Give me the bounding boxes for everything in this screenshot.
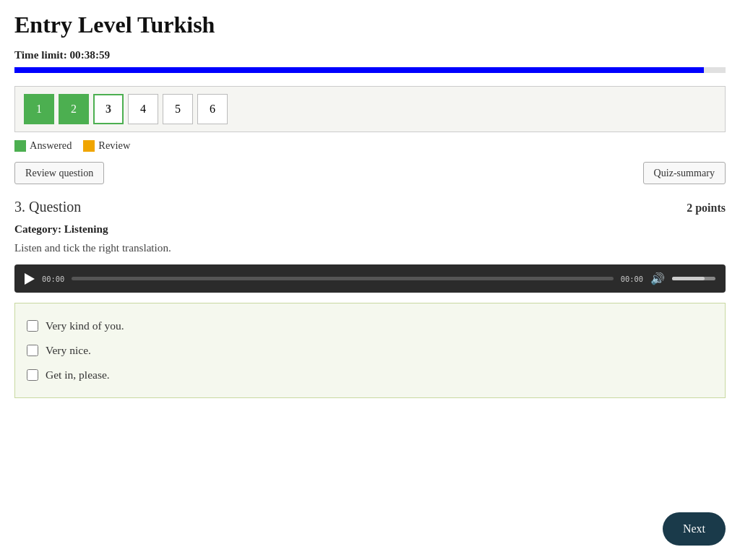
- answers-box: Very kind of you.Very nice.Get in, pleas…: [14, 303, 726, 398]
- question-header: 3. Question 2 points: [14, 199, 726, 215]
- answer-label-3: Get in, please.: [46, 369, 110, 382]
- question-navigator: 123456: [14, 86, 726, 132]
- volume-slider-fill: [672, 277, 705, 280]
- legend: Answered Review: [14, 139, 726, 152]
- nav-button-5[interactable]: 5: [163, 94, 193, 124]
- progress-bar-container: [14, 67, 726, 73]
- answer-checkbox-1[interactable]: [27, 320, 38, 332]
- answered-dot: [14, 140, 26, 152]
- answer-option-2[interactable]: Very nice.: [27, 338, 713, 363]
- play-icon: [25, 273, 35, 285]
- answer-option-1[interactable]: Very kind of you.: [27, 314, 713, 338]
- next-button[interactable]: Next: [663, 512, 726, 546]
- progress-bar-fill: [14, 67, 704, 73]
- nav-button-1[interactable]: 1: [24, 94, 54, 124]
- nav-button-6[interactable]: 6: [197, 94, 228, 124]
- answer-checkbox-2[interactable]: [27, 345, 38, 356]
- time-limit: Time limit: 00:38:59: [14, 48, 726, 61]
- audio-time-current: 00:00: [42, 275, 64, 283]
- question-points: 2 points: [687, 202, 726, 215]
- audio-progress-bar[interactable]: [72, 277, 613, 280]
- question-title: 3. Question: [14, 199, 81, 215]
- volume-slider[interactable]: [672, 277, 715, 280]
- question-instruction: Listen and tick the right translation.: [14, 241, 726, 254]
- nav-button-4[interactable]: 4: [128, 94, 158, 124]
- legend-answered: Answered: [14, 139, 72, 152]
- review-question-button[interactable]: Review question: [14, 162, 104, 184]
- review-label: Review: [98, 139, 130, 152]
- question-category: Category: Listening: [14, 223, 726, 236]
- answer-checkbox-3[interactable]: [27, 369, 38, 381]
- nav-button-2[interactable]: 2: [59, 94, 89, 124]
- answer-option-3[interactable]: Get in, please.: [27, 363, 713, 387]
- audio-player: 00:00 00:00 🔊: [14, 264, 726, 293]
- answer-label-1: Very kind of you.: [46, 319, 124, 332]
- bottom-bar: Next: [663, 512, 726, 546]
- answered-label: Answered: [30, 139, 72, 152]
- volume-icon[interactable]: 🔊: [650, 272, 665, 285]
- review-dot: [83, 140, 95, 152]
- quiz-summary-button[interactable]: Quiz-summary: [643, 162, 726, 184]
- page-title: Entry Level Turkish: [14, 12, 726, 38]
- answer-label-2: Very nice.: [46, 344, 91, 357]
- audio-time-total: 00:00: [621, 275, 643, 283]
- play-button[interactable]: [25, 273, 35, 285]
- nav-button-3[interactable]: 3: [93, 94, 124, 124]
- legend-review: Review: [83, 139, 130, 152]
- action-row: Review question Quiz-summary: [14, 162, 726, 184]
